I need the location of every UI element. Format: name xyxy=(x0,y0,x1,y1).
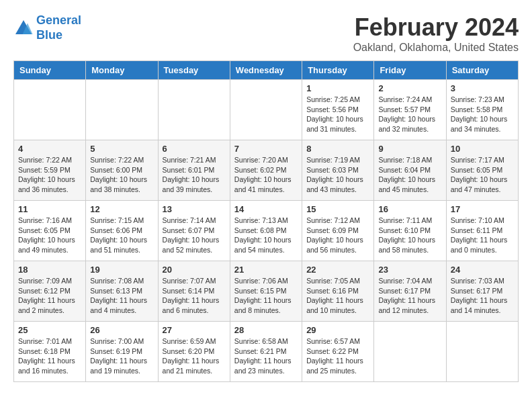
calendar-cell: 8Sunrise: 7:19 AM Sunset: 6:03 PM Daylig… xyxy=(302,140,374,201)
subtitle: Oakland, Oklahoma, United States xyxy=(353,42,519,54)
calendar-cell: 25Sunrise: 7:01 AM Sunset: 6:18 PM Dayli… xyxy=(14,322,86,382)
day-info: Sunrise: 7:13 AM Sunset: 6:08 PM Dayligh… xyxy=(234,216,298,255)
day-number: 5 xyxy=(90,144,153,154)
day-number: 19 xyxy=(90,265,153,275)
calendar-cell: 12Sunrise: 7:15 AM Sunset: 6:06 PM Dayli… xyxy=(86,201,158,261)
page-header: General Blue February 2024 Oakland, Okla… xyxy=(13,13,519,54)
calendar-week-row: 11Sunrise: 7:16 AM Sunset: 6:05 PM Dayli… xyxy=(14,201,519,261)
calendar-cell: 24Sunrise: 7:03 AM Sunset: 6:17 PM Dayli… xyxy=(446,261,518,322)
calendar-cell: 13Sunrise: 7:14 AM Sunset: 6:07 PM Dayli… xyxy=(158,201,230,261)
day-number: 25 xyxy=(18,325,81,335)
calendar-week-row: 25Sunrise: 7:01 AM Sunset: 6:18 PM Dayli… xyxy=(14,322,519,382)
day-info: Sunrise: 7:20 AM Sunset: 6:02 PM Dayligh… xyxy=(234,155,298,195)
calendar-cell xyxy=(158,80,230,140)
day-number: 15 xyxy=(306,204,369,214)
calendar-cell: 28Sunrise: 6:58 AM Sunset: 6:21 PM Dayli… xyxy=(230,322,302,382)
day-info: Sunrise: 7:21 AM Sunset: 6:01 PM Dayligh… xyxy=(163,155,226,195)
day-number: 27 xyxy=(163,325,226,335)
calendar-week-row: 1Sunrise: 7:25 AM Sunset: 5:56 PM Daylig… xyxy=(14,80,519,140)
day-number: 6 xyxy=(163,144,226,154)
day-number: 24 xyxy=(451,265,514,275)
calendar-cell: 7Sunrise: 7:20 AM Sunset: 6:02 PM Daylig… xyxy=(230,140,302,201)
calendar-cell: 18Sunrise: 7:09 AM Sunset: 6:12 PM Dayli… xyxy=(14,261,86,322)
calendar-table: SundayMondayTuesdayWednesdayThursdayFrid… xyxy=(13,60,519,382)
calendar-cell xyxy=(230,80,302,140)
calendar-cell: 17Sunrise: 7:10 AM Sunset: 6:11 PM Dayli… xyxy=(446,201,518,261)
day-info: Sunrise: 7:00 AM Sunset: 6:19 PM Dayligh… xyxy=(90,336,153,376)
day-number: 17 xyxy=(451,204,514,214)
day-info: Sunrise: 7:08 AM Sunset: 6:13 PM Dayligh… xyxy=(90,276,153,316)
day-header-tuesday: Tuesday xyxy=(158,61,230,80)
day-info: Sunrise: 7:22 AM Sunset: 6:00 PM Dayligh… xyxy=(90,155,153,195)
day-info: Sunrise: 7:09 AM Sunset: 6:12 PM Dayligh… xyxy=(18,276,81,316)
calendar-cell: 10Sunrise: 7:17 AM Sunset: 6:05 PM Dayli… xyxy=(446,140,518,201)
day-info: Sunrise: 7:23 AM Sunset: 5:58 PM Dayligh… xyxy=(451,95,514,134)
calendar-cell: 14Sunrise: 7:13 AM Sunset: 6:08 PM Dayli… xyxy=(230,201,302,261)
day-number: 10 xyxy=(451,144,514,154)
calendar-cell xyxy=(86,80,158,140)
title-section: February 2024 Oakland, Oklahoma, United … xyxy=(353,13,519,54)
calendar-header-row: SundayMondayTuesdayWednesdayThursdayFrid… xyxy=(14,61,519,80)
calendar-cell: 2Sunrise: 7:24 AM Sunset: 5:57 PM Daylig… xyxy=(374,80,446,140)
calendar-cell: 3Sunrise: 7:23 AM Sunset: 5:58 PM Daylig… xyxy=(446,80,518,140)
day-info: Sunrise: 7:16 AM Sunset: 6:05 PM Dayligh… xyxy=(18,216,81,255)
day-info: Sunrise: 7:14 AM Sunset: 6:07 PM Dayligh… xyxy=(163,216,226,255)
calendar-cell xyxy=(374,322,446,382)
logo-text: General Blue xyxy=(36,13,81,42)
logo-line1: General xyxy=(36,13,81,27)
calendar-cell: 27Sunrise: 6:59 AM Sunset: 6:20 PM Dayli… xyxy=(158,322,230,382)
day-info: Sunrise: 6:57 AM Sunset: 6:22 PM Dayligh… xyxy=(306,336,369,376)
day-number: 14 xyxy=(234,204,298,214)
day-number: 2 xyxy=(378,83,441,93)
day-number: 3 xyxy=(451,83,514,93)
day-info: Sunrise: 7:25 AM Sunset: 5:56 PM Dayligh… xyxy=(306,95,369,134)
day-number: 22 xyxy=(306,265,369,275)
day-number: 28 xyxy=(234,325,298,335)
day-header-monday: Monday xyxy=(86,61,158,80)
day-info: Sunrise: 7:17 AM Sunset: 6:05 PM Dayligh… xyxy=(451,155,514,195)
calendar-cell xyxy=(446,322,518,382)
day-info: Sunrise: 7:22 AM Sunset: 5:59 PM Dayligh… xyxy=(18,155,81,195)
day-info: Sunrise: 6:59 AM Sunset: 6:20 PM Dayligh… xyxy=(163,336,226,376)
day-number: 16 xyxy=(378,204,441,214)
calendar-cell xyxy=(14,80,86,140)
logo-icon xyxy=(13,18,34,38)
day-number: 7 xyxy=(234,144,298,154)
calendar-week-row: 18Sunrise: 7:09 AM Sunset: 6:12 PM Dayli… xyxy=(14,261,519,322)
calendar-cell: 6Sunrise: 7:21 AM Sunset: 6:01 PM Daylig… xyxy=(158,140,230,201)
day-number: 18 xyxy=(18,265,81,275)
day-number: 21 xyxy=(234,265,298,275)
day-header-wednesday: Wednesday xyxy=(230,61,302,80)
day-info: Sunrise: 7:15 AM Sunset: 6:06 PM Dayligh… xyxy=(90,216,153,255)
day-header-thursday: Thursday xyxy=(302,61,374,80)
day-number: 23 xyxy=(378,265,441,275)
day-info: Sunrise: 7:03 AM Sunset: 6:17 PM Dayligh… xyxy=(451,276,514,316)
day-number: 26 xyxy=(90,325,153,335)
day-info: Sunrise: 7:10 AM Sunset: 6:11 PM Dayligh… xyxy=(451,216,514,255)
logo: General Blue xyxy=(13,13,81,42)
day-info: Sunrise: 7:06 AM Sunset: 6:15 PM Dayligh… xyxy=(234,276,298,316)
day-number: 4 xyxy=(18,144,81,154)
day-info: Sunrise: 7:24 AM Sunset: 5:57 PM Dayligh… xyxy=(378,95,441,134)
day-header-friday: Friday xyxy=(374,61,446,80)
calendar-cell: 21Sunrise: 7:06 AM Sunset: 6:15 PM Dayli… xyxy=(230,261,302,322)
calendar-cell: 22Sunrise: 7:05 AM Sunset: 6:16 PM Dayli… xyxy=(302,261,374,322)
calendar-cell: 26Sunrise: 7:00 AM Sunset: 6:19 PM Dayli… xyxy=(86,322,158,382)
calendar-cell: 20Sunrise: 7:07 AM Sunset: 6:14 PM Dayli… xyxy=(158,261,230,322)
calendar-cell: 5Sunrise: 7:22 AM Sunset: 6:00 PM Daylig… xyxy=(86,140,158,201)
day-info: Sunrise: 7:12 AM Sunset: 6:09 PM Dayligh… xyxy=(306,216,369,255)
calendar-cell: 19Sunrise: 7:08 AM Sunset: 6:13 PM Dayli… xyxy=(86,261,158,322)
day-info: Sunrise: 6:58 AM Sunset: 6:21 PM Dayligh… xyxy=(234,336,298,376)
calendar-week-row: 4Sunrise: 7:22 AM Sunset: 5:59 PM Daylig… xyxy=(14,140,519,201)
main-title: February 2024 xyxy=(353,13,519,42)
day-number: 9 xyxy=(378,144,441,154)
day-number: 12 xyxy=(90,204,153,214)
day-number: 13 xyxy=(163,204,226,214)
calendar-cell: 11Sunrise: 7:16 AM Sunset: 6:05 PM Dayli… xyxy=(14,201,86,261)
day-info: Sunrise: 7:04 AM Sunset: 6:17 PM Dayligh… xyxy=(378,276,441,316)
day-number: 11 xyxy=(18,204,81,214)
calendar-cell: 23Sunrise: 7:04 AM Sunset: 6:17 PM Dayli… xyxy=(374,261,446,322)
calendar-cell: 1Sunrise: 7:25 AM Sunset: 5:56 PM Daylig… xyxy=(302,80,374,140)
day-number: 29 xyxy=(306,325,369,335)
calendar-cell: 9Sunrise: 7:18 AM Sunset: 6:04 PM Daylig… xyxy=(374,140,446,201)
